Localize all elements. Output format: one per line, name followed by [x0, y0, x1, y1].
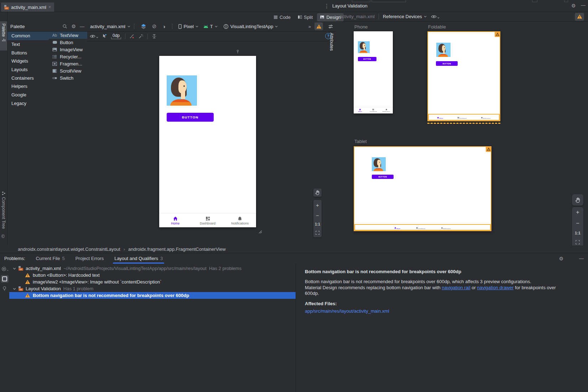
palette-item-scrollview[interactable]: ScrollView [49, 67, 87, 74]
tree-row-issue-bottom-nav-selected[interactable]: Bottom navigation bar is not recommended… [9, 292, 296, 299]
close-icon[interactable]: × [48, 5, 51, 10]
nav-item-dashboard[interactable]: Dashboard [192, 213, 224, 227]
layout-file-selector[interactable]: activity_main.xml [90, 24, 130, 29]
help-icon[interactable]: ? [325, 33, 331, 39]
tab-layout-and-qualifiers[interactable]: Layout and Qualifiers3 [114, 253, 163, 264]
search-icon[interactable] [62, 24, 67, 29]
validation-view-options[interactable] [431, 15, 439, 19]
palette-category-legacy[interactable]: Legacy [7, 99, 49, 108]
filter-button[interactable] [1, 266, 9, 271]
navigation-drawer-link[interactable]: navigation drawer [477, 285, 514, 290]
validation-issues-toggle[interactable] [575, 13, 584, 21]
zoom-actual-button[interactable]: 1:1 [575, 231, 581, 235]
tree-expand-icon[interactable] [13, 288, 16, 290]
palette-minimize-icon[interactable]: — [80, 24, 84, 29]
theme-selector[interactable]: VisualLintingTestApp [223, 24, 278, 29]
reference-devices-selector[interactable]: Reference Devices [383, 14, 427, 19]
palette-category-buttons[interactable]: Buttons [7, 48, 49, 57]
minimize-icon[interactable]: — [581, 2, 586, 8]
palette-item-imageview[interactable]: ImageView [49, 46, 87, 53]
view-options-button[interactable] [90, 34, 98, 38]
tab-current-file[interactable]: Current File5 [36, 253, 65, 264]
problems-minimize-icon[interactable]: — [579, 256, 584, 261]
preview-tablet[interactable]: BUTTON Home Dashboard Notifications [354, 146, 491, 231]
overflow-chevrons[interactable]: » [308, 24, 311, 29]
pan-button[interactable] [313, 189, 322, 197]
zoom-in-button[interactable]: + [316, 202, 319, 208]
tab-activity-main-xml[interactable]: <> activity_main.xml × [1, 2, 54, 12]
switch-icon [52, 76, 57, 80]
layers-icon[interactable] [141, 23, 146, 29]
nav-item-notifications[interactable]: Notifications [224, 213, 256, 227]
zoom-out-button[interactable]: − [576, 220, 579, 227]
kebab-menu-icon[interactable]: ⋮ [324, 3, 329, 9]
navigation-rail-link[interactable]: navigation rail [442, 285, 470, 290]
nav-item-home[interactable]: Home [159, 213, 192, 227]
clear-constraints-icon[interactable] [129, 34, 134, 39]
phone-preview-screen[interactable]: BUTTON Home Dashboard Notifications [159, 56, 256, 227]
breadcrumb: androidx.constraintlayout.widget.Constra… [0, 245, 336, 253]
autoconnect-icon[interactable] [102, 33, 107, 39]
zoom-controls: + − 1:1 [572, 207, 583, 245]
palette-stripe-tab[interactable]: Palette [0, 21, 7, 51]
palette-category-containers[interactable]: Containers [7, 74, 49, 82]
design-canvas[interactable]: BUTTON Home Dashboard Notifications [87, 41, 328, 245]
detail-line2: Material Design recommends replacing bot… [305, 285, 564, 297]
affected-file-link[interactable]: app/src/main/res/layout/activity_main.xm… [305, 308, 588, 314]
palette-item-button[interactable]: Button [49, 39, 87, 46]
pan-button[interactable] [572, 194, 583, 206]
problems-header: Problems: Current File5 Project Errors L… [0, 253, 588, 264]
night-mode-icon[interactable]: ◑ [162, 23, 166, 30]
file-name: activity_main.xml [26, 266, 61, 271]
device-selector[interactable]: Pixel [178, 24, 198, 29]
tab-project-errors[interactable]: Project Errors [76, 253, 104, 264]
breadcrumb-separator: › [124, 247, 125, 252]
zoom-fit-icon[interactable] [315, 231, 320, 235]
palette-category-google[interactable]: Google [7, 91, 49, 99]
palette-item-switch[interactable]: Switch [49, 74, 87, 81]
mode-code-button[interactable]: Code [271, 13, 293, 21]
align-icon[interactable] [152, 34, 157, 39]
zoom-in-button[interactable]: + [576, 209, 579, 216]
palette-category-common[interactable]: Common [7, 32, 49, 40]
palette-item-textview[interactable]: Ab TextView [49, 32, 87, 39]
material-button[interactable]: BUTTON [167, 113, 214, 122]
breadcrumb-fragmentcontainerview[interactable]: androidx.fragment.app.FragmentContainerV… [128, 247, 226, 252]
avatar-image[interactable] [167, 75, 197, 106]
issues-panel-toggle[interactable] [314, 22, 323, 30]
attributes-sliders-icon[interactable] [328, 24, 333, 29]
tree-expand-icon[interactable] [13, 267, 16, 270]
breadcrumb-constraintlayout[interactable]: androidx.constraintlayout.widget.Constra… [18, 247, 120, 252]
palette-category-layouts[interactable]: Layouts [7, 65, 49, 74]
canvas-resize-handle[interactable] [257, 229, 262, 234]
gear-icon[interactable]: ⚙ [571, 3, 576, 9]
palette-category-widgets[interactable]: Widgets [7, 57, 49, 65]
preview-phone[interactable]: BUTTON Home Dashboard Notifications [354, 31, 393, 113]
palette-item-fragmentcontainerview[interactable]: Fragmen... [49, 60, 87, 67]
mode-split-button[interactable]: Split [295, 13, 316, 21]
validation-toolbar: activity_main.xml Reference Devices [336, 12, 588, 22]
api-level-selector[interactable]: T [203, 24, 218, 29]
detail-description: Bottom navigation bar is not recommended… [305, 279, 564, 297]
problems-gear-icon[interactable]: ⚙ [559, 256, 563, 261]
default-margins-selector[interactable]: 0dp [111, 33, 121, 39]
warning-icon [25, 293, 30, 298]
zoom-out-button[interactable]: − [316, 212, 319, 218]
palette-category-text[interactable]: Text [7, 40, 49, 49]
open-preview-toggle[interactable] [1, 275, 9, 283]
problems-panel: Problems: Current File5 Project Errors L… [0, 253, 588, 392]
preview-label-foldable: Foldable [428, 24, 446, 30]
zoom-fit-icon[interactable] [575, 240, 580, 245]
palette-item-recyclerview[interactable]: Recycler... [49, 53, 87, 60]
phone-icon [178, 24, 182, 29]
preview-foldable[interactable]: BUTTON Home Dashboard Notifications [427, 31, 500, 121]
palette-gear-icon[interactable]: ⚙ [71, 23, 76, 29]
infer-constraints-icon[interactable] [139, 34, 144, 39]
code-icon [274, 15, 278, 19]
palette-category-helpers[interactable]: Helpers [7, 82, 49, 91]
lightbulb-icon[interactable] [2, 286, 7, 291]
component-tree-stripe-tab[interactable]: Component Tree [0, 191, 7, 229]
problems-gutter [0, 264, 9, 392]
zoom-actual-button[interactable]: 1:1 [315, 222, 320, 226]
no-design-tools-icon[interactable]: ⊘ [152, 23, 157, 30]
